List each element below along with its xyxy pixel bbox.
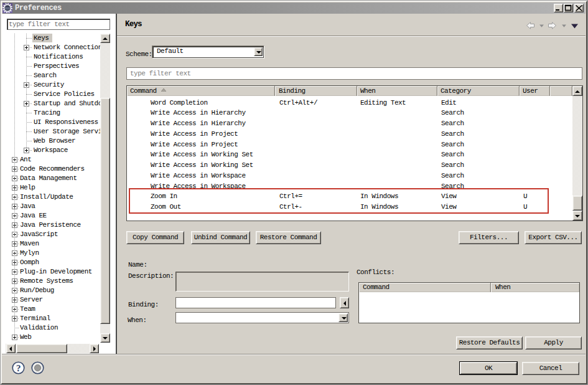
svg-text:?: ? (16, 363, 21, 373)
